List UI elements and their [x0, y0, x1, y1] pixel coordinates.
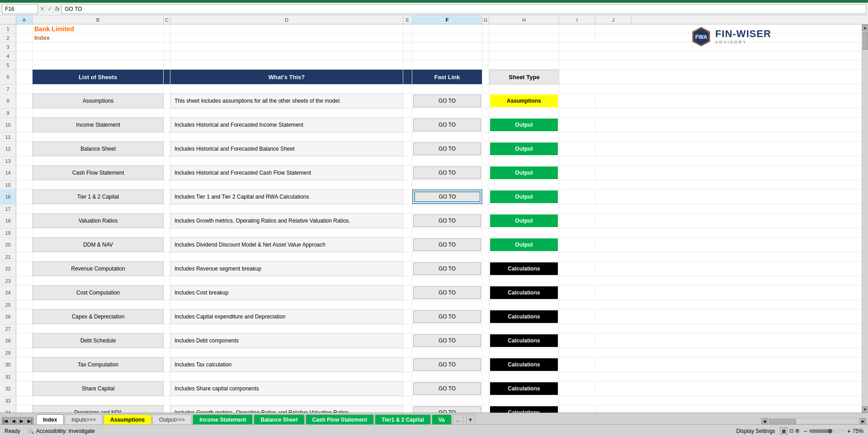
sheet-name-cell-12: Share Capital	[33, 381, 164, 396]
h-scroll-thumb[interactable]	[769, 419, 796, 424]
type-btn-0[interactable]: Assumptions	[490, 95, 558, 107]
type-btn-11[interactable]: Calculations	[490, 358, 558, 371]
goto-cell-4[interactable]: GO TO	[412, 190, 482, 204]
col-header-e[interactable]: E	[403, 15, 412, 24]
formula-input[interactable]: GO TO	[61, 4, 866, 14]
add-sheet-button[interactable]: +	[466, 414, 475, 424]
page-break-icon[interactable]: ⊞	[795, 428, 799, 434]
goto-btn-10[interactable]: GO TO	[413, 334, 481, 347]
col-header-a[interactable]: A	[16, 15, 33, 24]
type-btn-4[interactable]: Output	[490, 190, 558, 203]
col-header-i[interactable]: I	[559, 15, 595, 24]
goto-btn-5[interactable]: GO TO	[413, 214, 481, 227]
data-row-5: Valuation Ratios Includes Growth metrics…	[16, 214, 862, 228]
type-btn-9[interactable]: Calculations	[490, 310, 558, 323]
tab-income-statement[interactable]: Income Statement	[193, 414, 253, 424]
col-header-j[interactable]: J	[595, 15, 632, 24]
scroll-track	[862, 31, 868, 406]
goto-btn-2[interactable]: GO TO	[413, 142, 481, 155]
goto-cell-8[interactable]: GO TO	[412, 285, 482, 300]
cell-d1	[170, 24, 403, 33]
goto-btn-3[interactable]: GO TO	[413, 166, 481, 179]
col-header-b[interactable]: B	[33, 15, 164, 24]
vertical-scrollbar[interactable]: ▲ ▼	[862, 24, 868, 413]
goto-btn-13[interactable]: GO TO	[413, 406, 481, 413]
tab-cash-flow[interactable]: Cash Flow Statement	[306, 414, 374, 424]
goto-btn-8[interactable]: GO TO	[413, 286, 481, 299]
type-btn-6[interactable]: Output	[490, 238, 558, 251]
cell-a1	[16, 24, 33, 33]
type-btn-7[interactable]: Calculations	[490, 262, 558, 275]
confirm-formula-icon[interactable]: ✓	[47, 5, 52, 12]
formula-value: GO TO	[65, 6, 82, 12]
goto-btn-0[interactable]: GO TO	[413, 95, 481, 107]
col-header-d[interactable]: D	[170, 15, 403, 24]
cancel-formula-icon[interactable]: ✕	[40, 5, 45, 12]
scroll-down-btn[interactable]: ▼	[862, 406, 868, 413]
type-btn-13[interactable]: Calculations	[490, 406, 558, 413]
desc-cell-13: Includes Growth metrics, Operating Ratio…	[170, 405, 403, 413]
goto-cell-0[interactable]: GO TO	[412, 94, 482, 108]
col-header-c[interactable]: C	[164, 15, 170, 24]
goto-cell-7[interactable]: GO TO	[412, 261, 482, 276]
tab-inputs[interactable]: Inputs>>>	[65, 414, 103, 424]
goto-cell-9[interactable]: GO TO	[412, 309, 482, 324]
sheet-name-cell-10: Debt Schedule	[33, 333, 164, 348]
goto-cell-5[interactable]: GO TO	[412, 214, 482, 228]
cell-reference-box[interactable]: F16	[2, 4, 38, 14]
goto-btn-1[interactable]: GO TO	[413, 119, 481, 131]
goto-cell-6[interactable]: GO TO	[412, 238, 482, 252]
goto-cell-1[interactable]: GO TO	[412, 118, 482, 132]
col-header-h[interactable]: H	[489, 15, 559, 24]
page-layout-icon[interactable]: ⊡	[789, 428, 793, 434]
scroll-right-btn[interactable]: ▶	[860, 418, 866, 424]
sheet-name-cell-11: Tax Computation	[33, 357, 164, 372]
type-btn-5[interactable]: Output	[490, 214, 558, 227]
zoom-out-btn[interactable]: −	[804, 428, 807, 435]
scroll-thumb[interactable]	[863, 32, 868, 50]
type-btn-2[interactable]: Output	[490, 142, 558, 155]
goto-cell-12[interactable]: GO TO	[412, 381, 482, 396]
goto-btn-11[interactable]: GO TO	[413, 358, 481, 371]
goto-cell-10[interactable]: GO TO	[412, 333, 482, 348]
goto-btn-9[interactable]: GO TO	[413, 310, 481, 323]
goto-cell-2[interactable]: GO TO	[412, 142, 482, 156]
sheet-name-cell-0: Assumptions	[33, 94, 164, 108]
zoom-slider[interactable]	[809, 429, 845, 433]
goto-btn-6[interactable]: GO TO	[413, 238, 481, 251]
fx-icon[interactable]: fx	[55, 5, 60, 12]
scroll-up-btn[interactable]: ▲	[862, 24, 868, 31]
zoom-thumb[interactable]	[828, 429, 832, 433]
desc-cell-8: Includes Cost breakup	[170, 285, 403, 300]
goto-btn-7[interactable]: GO TO	[413, 262, 481, 275]
tab-tier-capital[interactable]: Tier1 & 2 Capital	[375, 414, 431, 424]
goto-cell-11[interactable]: GO TO	[412, 357, 482, 372]
tab-assumptions[interactable]: Assumptions	[104, 414, 151, 424]
col-header-g[interactable]: G	[482, 15, 489, 24]
type-btn-12[interactable]: Calculations	[490, 382, 558, 395]
tab-more[interactable]: ...	[453, 414, 463, 424]
tab-nav-prev[interactable]: ◀	[10, 417, 17, 424]
tab-nav-last[interactable]: ▶|	[26, 417, 33, 424]
tab-nav-first[interactable]: |◀	[2, 417, 9, 424]
goto-btn-4[interactable]: GO TO	[414, 191, 481, 202]
tab-va[interactable]: Va	[432, 414, 452, 424]
tab-output[interactable]: Output>>>	[152, 414, 192, 424]
type-btn-10[interactable]: Calculations	[490, 334, 558, 347]
type-btn-3[interactable]: Output	[490, 166, 558, 179]
accessibility-area[interactable]: 🔍 Accessibility: Investigate	[28, 428, 95, 434]
data-row-0: Assumptions This sheet includes assumpti…	[16, 94, 862, 109]
normal-view-icon[interactable]: ▦	[780, 428, 788, 434]
type-btn-1[interactable]: Output	[490, 119, 558, 131]
tab-nav-next[interactable]: ▶	[18, 417, 25, 424]
col-header-f[interactable]: F	[412, 15, 482, 24]
zoom-in-btn[interactable]: +	[847, 428, 851, 435]
goto-cell-13[interactable]: GO TO	[412, 405, 482, 413]
type-btn-8[interactable]: Calculations	[490, 286, 558, 299]
tab-index[interactable]: Index	[36, 414, 64, 424]
display-settings[interactable]: Display Settings	[736, 428, 775, 434]
scroll-left-btn[interactable]: ◀	[761, 418, 768, 424]
goto-btn-12[interactable]: GO TO	[413, 382, 481, 395]
tab-balance-sheet[interactable]: Balance Sheet	[254, 414, 304, 424]
goto-cell-3[interactable]: GO TO	[412, 166, 482, 180]
